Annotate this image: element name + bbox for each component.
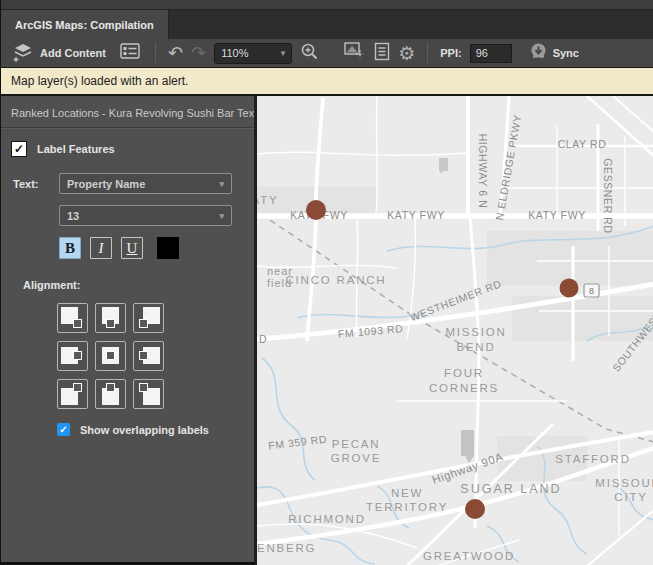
tab-bar: ArcGIS Maps: Compilation <box>1 10 653 39</box>
alignment-button-center-left[interactable] <box>57 341 88 371</box>
sync-button[interactable]: Sync <box>526 40 582 67</box>
anchor-point <box>73 351 82 360</box>
map-label: RICHMOND <box>288 513 366 525</box>
italic-button[interactable]: I <box>90 237 112 259</box>
beltway-8-shield: 8 <box>584 284 599 297</box>
map-label: MISSOURI <box>595 477 653 489</box>
tab-title: ArcGIS Maps: Compilation <box>15 19 154 31</box>
anchor-point <box>106 351 115 360</box>
alert-notification-bar[interactable]: Map layer(s) loaded with an alert. <box>1 67 653 96</box>
alignment-button-center[interactable] <box>95 341 126 371</box>
map-label: KATY FWY <box>528 209 586 221</box>
ppi-input[interactable]: 96 <box>470 44 512 63</box>
report-icon[interactable] <box>374 42 390 65</box>
add-content-button[interactable]: Add Content <box>9 39 109 68</box>
map-label: KATY FWY <box>387 209 445 221</box>
alignment-button-below-center[interactable] <box>95 379 126 409</box>
map-label: PECAN <box>332 438 381 450</box>
add-content-label: Add Content <box>40 47 106 59</box>
bold-glyph: B <box>65 240 75 257</box>
map-canvas[interactable]: ATY KATY FWY KATY FWY KATY FWY HIGHWAY 6… <box>257 96 653 565</box>
location-marker[interactable] <box>465 499 485 519</box>
sync-icon <box>529 42 548 65</box>
text-label: Text: <box>13 178 59 190</box>
text-attribute-value: Property Name <box>67 178 145 190</box>
chevron-down-icon: ▾ <box>219 211 224 221</box>
tab-arcgis-maps-compilation[interactable]: ArcGIS Maps: Compilation <box>1 10 169 39</box>
alignment-button-above-center[interactable] <box>95 303 126 333</box>
anchor-point <box>73 319 82 328</box>
alignment-button-below-left[interactable] <box>57 379 88 409</box>
map-label: ENBERG <box>257 542 316 554</box>
map-label: FOUR <box>444 367 484 379</box>
toolbar: Add Content ↶ ↷ 110% ▾ <box>1 39 653 67</box>
map-label: CLAY RD <box>558 138 607 150</box>
underline-glyph: U <box>127 240 138 257</box>
toolbar-separator <box>331 43 332 63</box>
ppi-label: PPI: <box>440 47 461 59</box>
legend-table-icon <box>120 43 140 63</box>
anchor-point <box>139 383 148 392</box>
zoom-in-icon[interactable] <box>300 42 319 65</box>
redo-icon[interactable]: ↷ <box>191 44 206 62</box>
layer-title: Ranked Locations - Kura Revolving Sushi … <box>1 96 254 127</box>
location-marker[interactable] <box>306 200 326 220</box>
label-features-checkbox[interactable]: ✓ <box>11 141 27 157</box>
toolbar-separator <box>155 43 156 63</box>
map-label: SUGAR LAND <box>460 482 561 496</box>
legend-button[interactable] <box>117 41 143 65</box>
show-overlapping-label: Show overlapping labels <box>80 424 209 436</box>
map-label: STAFFORD <box>555 453 631 465</box>
font-size-select[interactable]: 13 ▾ <box>59 205 232 226</box>
font-size-value: 13 <box>67 210 79 222</box>
map-label: GESSNER RD <box>602 158 614 233</box>
map-label: TERRITORY <box>366 501 448 513</box>
map-label: BEND <box>456 341 495 353</box>
sync-label: Sync <box>553 47 579 59</box>
artboard-export-icon[interactable] <box>344 41 366 65</box>
chevron-down-icon: ▾ <box>219 179 224 189</box>
anchor-point <box>139 351 148 360</box>
alignment-button-above-right[interactable] <box>133 303 164 333</box>
layers-plus-icon <box>12 41 35 66</box>
anchor-point <box>73 383 82 392</box>
map-label: CINCO RANCH <box>286 274 387 286</box>
anchor-point <box>106 383 115 392</box>
label-features-label: Label Features <box>37 143 115 155</box>
window-top-strip <box>1 0 653 10</box>
map-label: NEW <box>391 487 423 499</box>
show-overlapping-checkbox[interactable]: ✓ <box>57 423 70 436</box>
anchor-point <box>106 319 115 328</box>
check-icon: ✓ <box>14 142 24 156</box>
chevron-down-icon: ▾ <box>281 48 286 58</box>
arcgis-maps-window: ArcGIS Maps: Compilation Add Content <box>0 0 653 565</box>
map-label: D <box>259 333 267 345</box>
alert-message: Map layer(s) loaded with an alert. <box>11 74 188 88</box>
zoom-level-value: 110% <box>221 47 248 59</box>
settings-gear-icon[interactable]: ⚙ <box>398 42 415 65</box>
alignment-button-center-right[interactable] <box>133 341 164 371</box>
italic-glyph: I <box>99 240 104 257</box>
badge-value: 8 <box>589 286 594 296</box>
text-attribute-select[interactable]: Property Name ▾ <box>59 173 232 194</box>
undo-icon[interactable]: ↶ <box>168 44 183 62</box>
alignment-button-above-left[interactable] <box>57 303 88 333</box>
location-marker[interactable] <box>560 279 579 298</box>
map-label: MISSION <box>445 326 506 338</box>
font-color-swatch[interactable] <box>157 237 179 259</box>
zoom-level-select[interactable]: 110% ▾ <box>214 43 292 64</box>
map-label: GROVE <box>331 452 382 464</box>
check-icon: ✓ <box>59 424 67 435</box>
map-label: HIGHWAY 6 N <box>477 134 489 209</box>
toolbar-separator <box>427 43 428 63</box>
anchor-point <box>139 319 148 328</box>
map-label: CITY <box>614 491 647 503</box>
underline-button[interactable]: U <box>121 237 143 259</box>
map-svg: ATY KATY FWY KATY FWY KATY FWY HIGHWAY 6… <box>257 96 653 565</box>
alignment-label: Alignment: <box>23 279 80 291</box>
bold-button[interactable]: B <box>59 237 81 259</box>
layer-settings-panel: Ranked Locations - Kura Revolving Sushi … <box>1 96 257 565</box>
alignment-button-below-right[interactable] <box>133 379 164 409</box>
map-label: GREATWOOD <box>423 550 515 562</box>
map-label: CORNERS <box>429 382 499 394</box>
